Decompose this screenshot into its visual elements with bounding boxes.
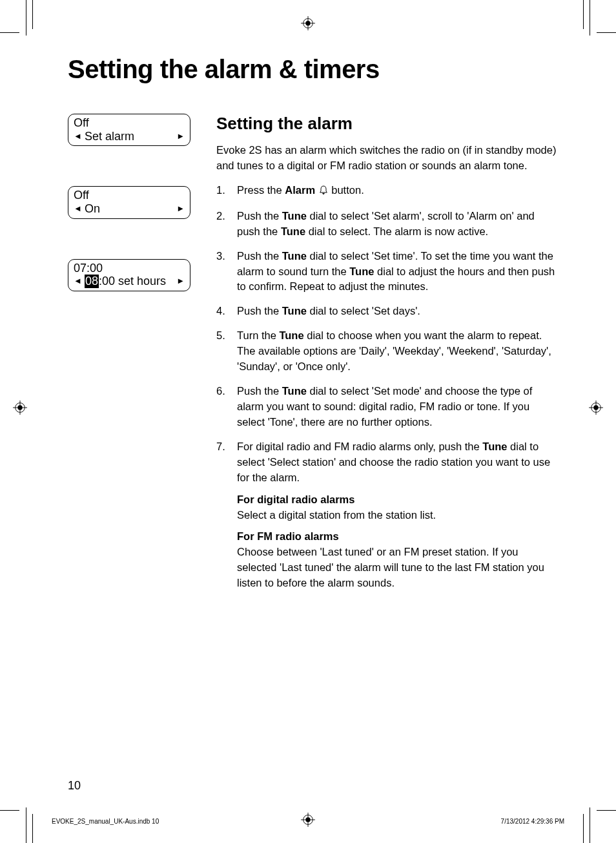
page-title: Setting the alarm & timers [68, 55, 559, 84]
step-item: Push the Tune dial to select 'Set days'. [216, 304, 559, 319]
lcd-highlight: 08 [85, 275, 99, 288]
registration-mark-icon [589, 401, 603, 415]
lcd-set-hours: 07:00 ◄ 08:00 set hours ► [68, 259, 190, 291]
lcd-line: :00 set hours [99, 275, 166, 288]
lcd-line: On [85, 202, 100, 216]
step-item: Push the Tune dial to select 'Set alarm'… [216, 209, 559, 240]
lcd-set-alarm: Off ◄ Set alarm ► [68, 114, 190, 146]
lcd-line: Set alarm [85, 130, 134, 143]
lcd-line: Off [74, 189, 185, 202]
footer-timestamp: 7/13/2012 4:29:36 PM [501, 818, 564, 825]
bell-icon [318, 184, 329, 200]
step-item: Turn the Tune dial to choose when you wa… [216, 328, 559, 375]
arrow-right-icon: ► [176, 132, 185, 141]
sub-paragraph: Choose between 'Last tuned' or an FM pre… [237, 545, 559, 591]
lcd-line: Off [74, 116, 185, 130]
footer-filename: EVOKE_2S_manual_UK-Aus.indb 10 [52, 818, 159, 825]
intro-paragraph: Evoke 2S has an alarm which switches the… [216, 143, 559, 174]
step-item: Press the Alarm button. [216, 183, 559, 200]
registration-mark-icon [13, 401, 27, 415]
sub-heading: For FM radio alarms [237, 529, 559, 545]
sub-paragraph: Select a digital station from the statio… [237, 508, 559, 523]
arrow-right-icon: ► [176, 204, 185, 214]
steps-list: Press the Alarm button. Push the Tune di… [216, 183, 559, 591]
lcd-on-off: Off ◄ On ► [68, 186, 190, 218]
arrow-left-icon: ◄ [74, 276, 82, 286]
sub-heading: For digital radio alarms [237, 492, 559, 508]
page-number: 10 [68, 779, 81, 793]
step-item: Push the Tune dial to select 'Set mode' … [216, 384, 559, 430]
arrow-right-icon: ► [176, 276, 185, 286]
arrow-left-icon: ◄ [74, 204, 82, 214]
arrow-left-icon: ◄ [74, 132, 82, 141]
lcd-line: 07:00 [74, 262, 185, 275]
step-item: Push the Tune dial to select 'Set time'.… [216, 249, 559, 295]
registration-mark-icon [301, 16, 315, 30]
step-item: For digital radio and FM radio alarms on… [216, 439, 559, 591]
section-heading: Setting the alarm [216, 114, 559, 134]
